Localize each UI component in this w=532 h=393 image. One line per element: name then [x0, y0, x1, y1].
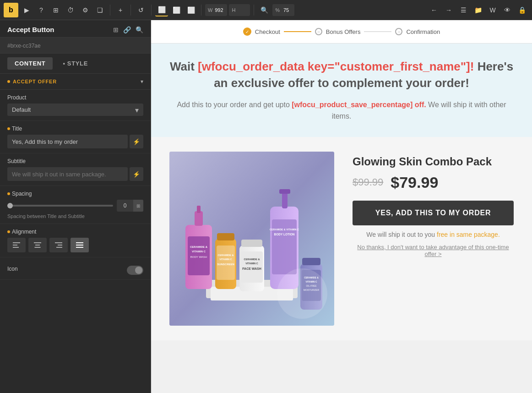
panel-responsive-icon[interactable]: ⊞ — [113, 26, 119, 33]
icon-field-group: Icon — [0, 257, 151, 280]
mobile-view-btn[interactable]: ⬜ — [185, 4, 197, 16]
ship-note-prefix: We will ship it out to you — [366, 231, 437, 238]
svg-text:BODY LOTION: BODY LOTION — [274, 233, 294, 236]
svg-rect-5 — [35, 247, 41, 248]
spacing-row: ⊞ — [7, 200, 143, 212]
product-name: Glowing Skin Combo Pack — [353, 155, 514, 168]
cursor-tool[interactable]: ▶ — [20, 4, 33, 16]
svg-rect-1 — [13, 245, 17, 246]
alignment-label: Alignment — [7, 229, 143, 235]
product-select[interactable]: Default — [7, 104, 143, 116]
lock-icon[interactable]: 🔒 — [516, 4, 528, 16]
title-input-row: ⚡ — [7, 135, 143, 148]
spacing-unit-btn[interactable]: ⊞ — [133, 200, 143, 212]
zoom-input-group: % 75 — [272, 4, 294, 16]
alignment-field-group: Alignment — [0, 224, 151, 257]
subtitle-input[interactable] — [7, 167, 128, 181]
align-right-btn[interactable] — [49, 238, 68, 252]
width-input-group: W 992 — [205, 4, 227, 16]
svg-rect-36 — [279, 189, 290, 194]
svg-rect-7 — [58, 245, 62, 246]
bonus-label: Bonus Offers — [326, 28, 361, 35]
structure-icon[interactable]: ❏ — [93, 4, 106, 16]
section-accept-offer[interactable]: ACCEPT OFFER ▾ — [0, 74, 151, 90]
breadcrumb-line-2 — [364, 31, 391, 32]
eye-icon[interactable]: 👁 — [501, 4, 514, 16]
svg-rect-2 — [13, 247, 19, 248]
product-image-wrap: CERAMIDE & VITAMIN C BODY WASH CERAMIDE … — [169, 152, 334, 326]
offer-title: Wait [wfocu_order_data key="customer_fir… — [169, 58, 514, 92]
offer-title-prefix: Wait — [170, 60, 198, 73]
svg-text:CERAMIDE &: CERAMIDE & — [244, 258, 260, 261]
spacing-slider-wrap — [7, 205, 113, 207]
width-value: 992 — [213, 7, 224, 13]
svg-rect-23 — [217, 233, 234, 240]
icon-row: Icon — [7, 266, 143, 275]
wordpress-icon[interactable]: W — [486, 4, 499, 16]
svg-point-47 — [277, 268, 327, 319]
spacing-slider[interactable] — [7, 205, 113, 207]
checkout-label: Checkout — [255, 28, 280, 35]
ship-note: We will ship it out to you free in same … — [353, 231, 514, 238]
section-title: ACCEPT OFFER — [7, 79, 57, 84]
desktop-view-btn[interactable]: ⬜ — [155, 4, 168, 16]
align-center-btn[interactable] — [28, 238, 47, 252]
breadcrumb-bonus: ○ Bonus Offers — [315, 28, 361, 35]
panel-header-icons: ⊞ 🔗 🔍 — [113, 26, 143, 33]
tablet-view-btn[interactable]: ⬜ — [170, 4, 183, 16]
product-image-svg: CERAMIDE & VITAMIN C BODY WASH CERAMIDE … — [169, 152, 334, 326]
confirmation-label: Confirmation — [406, 28, 440, 35]
icon-label: Icon — [7, 266, 18, 272]
tab-content[interactable]: CONTENT — [7, 57, 53, 70]
element-id: #brxe-cc37ae — [7, 43, 41, 49]
alignment-row — [7, 238, 143, 252]
sep3 — [151, 5, 152, 16]
panel-link-icon[interactable]: 🔗 — [123, 26, 131, 33]
decline-link[interactable]: No thanks, I don't want to take advantag… — [353, 244, 514, 257]
svg-text:VITAMIN C: VITAMIN C — [219, 258, 232, 261]
logo-icon: b — [4, 3, 18, 17]
width-label: W — [208, 7, 212, 13]
offer-subtitle-prefix: Add this to your order and get upto — [177, 101, 292, 109]
menu-icon[interactable]: ☰ — [457, 4, 470, 16]
breadcrumb-line-1 — [284, 31, 311, 32]
sep5 — [254, 5, 254, 16]
zoom-out-icon[interactable]: 🔍 — [258, 4, 271, 16]
align-left-btn[interactable] — [7, 238, 26, 252]
arrow-left-icon[interactable]: ← — [428, 4, 440, 16]
svg-rect-3 — [34, 242, 41, 243]
subtitle-dynamic-btn[interactable]: ⚡ — [130, 167, 143, 181]
spacing-field-group: Spacing ⊞ Spacing between Title and Subt… — [0, 186, 151, 224]
help-icon[interactable]: ? — [35, 4, 48, 16]
svg-rect-0 — [13, 242, 20, 243]
svg-rect-6 — [55, 242, 62, 243]
elements-icon[interactable]: ⊞ — [49, 4, 62, 16]
panel-search-icon[interactable]: 🔍 — [136, 26, 143, 33]
panel-title: Accept Button — [7, 26, 54, 33]
align-justify-btn[interactable] — [71, 238, 89, 252]
arrow-right-icon[interactable]: → — [442, 4, 455, 16]
svg-text:SUNSCREEN: SUNSCREEN — [217, 263, 234, 266]
toolbar: b ▶ ? ⊞ ⏱ ⚙ ❏ + ↺ ⬜ ⬜ ⬜ W 992 H 🔍 % 75 ←… — [0, 0, 532, 20]
title-input[interactable] — [7, 135, 128, 148]
svg-text:CERAMIDE & VITAMIN C: CERAMIDE & VITAMIN C — [270, 228, 299, 231]
tab-style[interactable]: • STYLE — [55, 57, 95, 70]
offer-section: Wait [wfocu_order_data key="customer_fir… — [151, 44, 532, 137]
svg-rect-10 — [76, 245, 83, 246]
spacing-number-input[interactable] — [117, 201, 133, 211]
confirmation-dot: ○ — [395, 28, 402, 35]
history-icon[interactable]: ⏱ — [64, 4, 77, 16]
height-input-group: H — [229, 4, 250, 16]
folder-icon[interactable]: 📁 — [472, 4, 484, 16]
sep4 — [201, 5, 201, 16]
icon-toggle[interactable] — [127, 266, 143, 275]
title-label: Title — [7, 126, 143, 132]
settings-icon[interactable]: ⚙ — [79, 4, 92, 16]
breadcrumb-bar: ✓ Checkout ○ Bonus Offers ○ Confirmation — [151, 20, 532, 44]
accept-offer-button[interactable]: YES, ADD THIS TO MY ORDER — [353, 201, 514, 225]
title-dynamic-btn[interactable]: ⚡ — [130, 135, 143, 148]
redo-icon[interactable]: ↺ — [135, 4, 147, 16]
title-field-group: Title ⚡ — [0, 121, 151, 153]
svg-text:FACE WASH: FACE WASH — [242, 267, 261, 270]
add-icon[interactable]: + — [114, 4, 127, 16]
